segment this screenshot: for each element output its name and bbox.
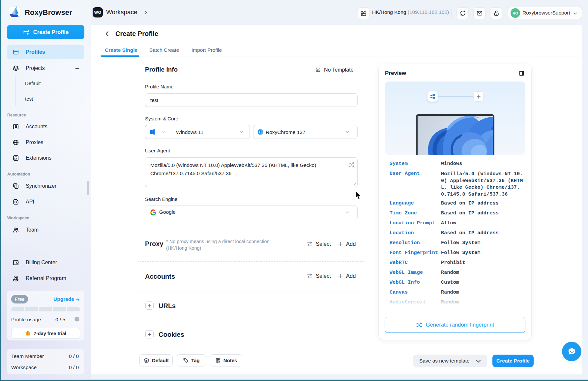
svg-text:i: i xyxy=(76,318,77,321)
